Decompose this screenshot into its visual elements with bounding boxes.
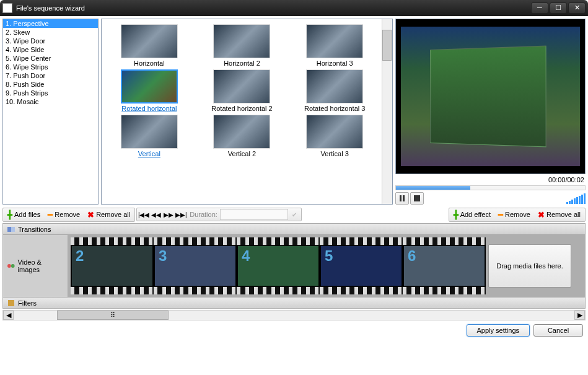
- remove-button[interactable]: ━Remove: [44, 209, 84, 221]
- svg-rect-0: [400, 195, 402, 201]
- svg-rect-3: [7, 227, 11, 232]
- sidebar-item[interactable]: 3. Wipe Door: [3, 37, 98, 45]
- timeline-scrollbar[interactable]: ◀ ⠿ ▶: [2, 310, 586, 320]
- minus-icon: ━: [498, 210, 503, 219]
- minimize-button[interactable]: ─: [531, 2, 548, 14]
- transition-thumb[interactable]: Rotated horizontal: [107, 69, 192, 112]
- thumbnail-label: Horizontal 2: [224, 60, 260, 67]
- thumbnail-label: Horizontal: [134, 60, 165, 67]
- thumbnail-image: [213, 24, 270, 58]
- cancel-button[interactable]: Cancel: [533, 324, 583, 337]
- svg-rect-1: [403, 195, 405, 201]
- add-files-button[interactable]: ╋Add files: [4, 209, 44, 221]
- pause-button[interactable]: [395, 192, 409, 205]
- scroll-right-button[interactable]: ▶: [574, 311, 585, 320]
- volume-indicator[interactable]: [566, 193, 586, 204]
- sidebar-item[interactable]: 7. Push Door: [3, 71, 98, 80]
- svg-rect-2: [414, 195, 420, 201]
- sidebar-item[interactable]: 9. Push Strips: [3, 89, 98, 97]
- titlebar: File's sequence wizard ─ ☐ ✕: [0, 0, 588, 16]
- film-frame[interactable]: 4: [237, 237, 320, 294]
- duration-label: Duration:: [187, 211, 220, 218]
- plus-icon: ╋: [7, 210, 12, 219]
- svg-rect-7: [8, 300, 14, 306]
- transitions-track-header[interactable]: Transitions: [3, 225, 55, 234]
- duration-input[interactable]: [220, 209, 288, 220]
- film-frame[interactable]: 2: [71, 237, 154, 294]
- scroll-left-button[interactable]: ◀: [3, 311, 14, 320]
- sidebar-item[interactable]: 6. Wipe Strips: [3, 63, 98, 71]
- thumbnail-image: [306, 69, 363, 104]
- filters-track-label[interactable]: Filters: [18, 299, 37, 307]
- window-title: File's sequence wizard: [16, 4, 531, 12]
- remove-effect-button[interactable]: ━Remove: [494, 209, 534, 221]
- gallery-scrollbar[interactable]: [382, 19, 392, 204]
- thumbnail-image: [306, 115, 363, 149]
- transition-thumb[interactable]: Vertical 3: [292, 115, 377, 157]
- film-frame[interactable]: 5: [320, 237, 403, 294]
- last-button[interactable]: ▶▶|: [175, 211, 187, 218]
- first-button[interactable]: |◀◀: [138, 211, 150, 218]
- x-icon: ✖: [87, 210, 94, 219]
- video-icon: [7, 262, 15, 270]
- thumbnail-label: Horizontal 3: [317, 60, 353, 67]
- svg-rect-4: [11, 227, 15, 232]
- thumbnail-label: Vertical: [138, 150, 160, 157]
- thumbnail-image: [306, 24, 363, 58]
- apply-duration-button[interactable]: ✔: [288, 211, 301, 218]
- thumbnail-image: [121, 24, 178, 58]
- progress-bar[interactable]: [395, 185, 586, 190]
- time-display: 00:00/00:02: [395, 176, 586, 183]
- transition-thumb[interactable]: Vertical: [107, 115, 192, 157]
- thumbnail-image: [213, 115, 270, 149]
- category-list[interactable]: 1. Perspective2. Skew3. Wipe Door4. Wipe…: [2, 19, 99, 205]
- plus-icon: ╋: [454, 210, 459, 219]
- sidebar-item[interactable]: 8. Push Side: [3, 80, 98, 89]
- add-effect-button[interactable]: ╋Add effect: [450, 209, 494, 221]
- frame-number: 3: [159, 247, 167, 265]
- transition-thumb[interactable]: Vertical 2: [200, 115, 285, 157]
- thumbnail-label: Vertical 3: [321, 150, 349, 157]
- thumbnail-image: [121, 69, 178, 104]
- prev-button[interactable]: ◀◀: [150, 211, 162, 218]
- transition-thumb[interactable]: Rotated horizontal 2: [200, 69, 285, 112]
- transition-thumb[interactable]: Horizontal: [107, 24, 192, 67]
- sidebar-item[interactable]: 2. Skew: [3, 28, 98, 37]
- transition-gallery: HorizontalHorizontal 2Horizontal 3Rotate…: [101, 19, 393, 205]
- sidebar-item[interactable]: 1. Perspective: [3, 19, 98, 28]
- thumbnail-label: Rotated horizontal 2: [211, 105, 272, 112]
- apply-settings-button[interactable]: Apply settings: [467, 324, 530, 337]
- film-frame[interactable]: 6: [403, 237, 486, 294]
- thumbnail-label: Rotated horizontal: [121, 105, 177, 112]
- drop-zone[interactable]: Drag media files here.: [488, 244, 571, 288]
- thumbnail-label: Rotated horizontal 3: [304, 105, 365, 112]
- transitions-icon: [7, 225, 15, 234]
- remove-all-effects-button[interactable]: ✖Remove all: [534, 209, 584, 221]
- frame-number: 4: [242, 247, 250, 265]
- film-frame[interactable]: 3: [154, 237, 237, 294]
- transition-thumb[interactable]: Horizontal 2: [200, 24, 285, 67]
- app-icon: [2, 3, 12, 13]
- scroll-thumb[interactable]: ⠿: [57, 311, 169, 320]
- minus-icon: ━: [48, 210, 53, 219]
- next-button[interactable]: ▶▶: [162, 211, 175, 218]
- sidebar-item[interactable]: 4. Wipe Side: [3, 45, 98, 54]
- transition-thumb[interactable]: Rotated horizontal 3: [292, 69, 377, 112]
- remove-all-button[interactable]: ✖Remove all: [84, 209, 134, 221]
- preview-video: [395, 19, 586, 174]
- transition-thumb[interactable]: Horizontal 3: [292, 24, 377, 67]
- toolbar: ╋Add files ━Remove ✖Remove all |◀◀ ◀◀ ▶▶…: [2, 207, 586, 222]
- svg-point-6: [11, 264, 15, 268]
- thumbnail-label: Vertical 2: [228, 150, 256, 157]
- sidebar-item[interactable]: 10. Mosaic: [3, 97, 98, 106]
- filmstrip[interactable]: 23456Drag media files here.: [68, 235, 585, 297]
- filters-icon: [7, 299, 15, 307]
- stop-button[interactable]: [410, 192, 424, 205]
- svg-point-5: [7, 264, 11, 268]
- close-button[interactable]: ✕: [568, 2, 586, 14]
- frame-number: 5: [325, 247, 333, 265]
- sidebar-item[interactable]: 5. Wipe Center: [3, 54, 98, 63]
- preview-pane: 00:00/00:02: [395, 19, 586, 205]
- maximize-button[interactable]: ☐: [550, 2, 567, 14]
- video-track-header[interactable]: Video & images: [3, 235, 68, 297]
